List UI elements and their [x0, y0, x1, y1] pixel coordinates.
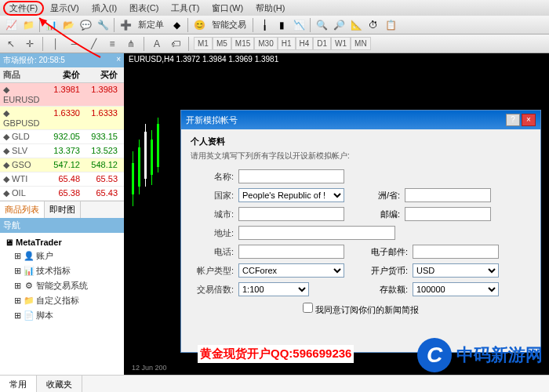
- address-field[interactable]: [238, 226, 395, 240]
- toolbar-draw: ↖ ✛ │ ─ ╱ ≡ ⋔ A 🏷 M1M5M15M30H1H4D1W1MN: [0, 34, 549, 53]
- country-select[interactable]: People's Republic of !: [238, 188, 344, 202]
- symbol-row[interactable]: ◆ SLV13.37313.523: [0, 144, 124, 158]
- demo-account-dialog: 开新模拟帐号 ? × 个人资料 请用英文填写下列所有字段以开设新模拟帐户: 名称…: [180, 110, 541, 353]
- symbol-row[interactable]: ◆ OIL65.3865.43: [0, 187, 124, 201]
- timeframe-H4[interactable]: H4: [296, 37, 314, 50]
- navigator-header: 导航: [0, 218, 124, 233]
- symbol-row[interactable]: ◆ GSO547.12548.12: [0, 158, 124, 172]
- menu-view[interactable]: 显示(V): [44, 1, 85, 16]
- group-title: 个人资料: [191, 136, 531, 147]
- tab-common[interactable]: 常用: [0, 376, 37, 392]
- tab-tick-chart[interactable]: 即时图: [45, 201, 81, 218]
- dialog-titlebar[interactable]: 开新模拟帐号 ? ×: [181, 111, 540, 129]
- navigator-tree: 🖥MetaTrader ⊞ 👤账户⊞ 📊技术指标⊞ ⚙智能交易系统⊞ 📁自定义指…: [0, 233, 124, 375]
- newsletter-label: 我同意订阅你们的新闻简报: [315, 305, 419, 314]
- tab-symbol-list[interactable]: 商品列表: [0, 201, 45, 218]
- tab-favorites[interactable]: 收藏夹: [37, 376, 82, 392]
- state-field[interactable]: [405, 188, 491, 202]
- deposit-select[interactable]: 100000: [413, 282, 499, 296]
- menu-chart[interactable]: 图表(C): [123, 1, 165, 16]
- channel-icon[interactable]: ≡: [104, 36, 120, 52]
- menu-help[interactable]: 帮助(H): [249, 1, 291, 16]
- meta-editor-icon[interactable]: ◆: [169, 17, 184, 33]
- new-chart-icon[interactable]: 📈: [3, 17, 19, 33]
- menu-tools[interactable]: 工具(T): [165, 1, 205, 16]
- periods-icon[interactable]: ⏱: [365, 17, 381, 33]
- new-order-label[interactable]: 新定单: [135, 19, 167, 31]
- timeframe-MN[interactable]: MN: [351, 37, 371, 50]
- timeframe-M15[interactable]: M15: [231, 37, 254, 50]
- timeframe-M1[interactable]: M1: [194, 37, 213, 50]
- symbol-row[interactable]: ◆ GLD932.05933.15: [0, 130, 124, 144]
- timeframe-D1[interactable]: D1: [313, 37, 331, 50]
- text-icon[interactable]: A: [149, 36, 165, 52]
- nav-item[interactable]: ⊞ 👤账户: [3, 249, 121, 263]
- zip-field[interactable]: [405, 207, 491, 221]
- menu-bar: 文件(F) 显示(V) 插入(I) 图表(C) 工具(T) 窗口(W) 帮助(H…: [0, 0, 549, 16]
- auto-trade-label[interactable]: 智能交易: [209, 19, 249, 31]
- currency-select[interactable]: USD: [413, 263, 499, 278]
- nav-item[interactable]: ⊞ 📁自定义指标: [3, 293, 121, 308]
- timeframe-M30[interactable]: M30: [254, 37, 277, 50]
- tester-icon[interactable]: 🔧: [95, 17, 111, 33]
- zoom-in-icon[interactable]: 🔍: [314, 17, 329, 33]
- vline-icon[interactable]: │: [48, 36, 64, 52]
- candle-chart-icon[interactable]: ▮: [274, 17, 289, 33]
- bottom-bar: 常用 收藏夹: [0, 375, 549, 392]
- symbol-row[interactable]: ◆ GBPUSD1.63301.6333: [0, 107, 124, 130]
- help-icon[interactable]: ?: [506, 114, 520, 126]
- symbol-row[interactable]: ◆ WTI65.4865.53: [0, 172, 124, 187]
- label-icon[interactable]: 🏷: [168, 36, 184, 52]
- nav-root[interactable]: 🖥MetaTrader: [3, 236, 121, 249]
- market-watch-columns: 商品 卖价 买价: [0, 67, 124, 83]
- timeframe-H1[interactable]: H1: [278, 37, 296, 50]
- promo-text: 黄金现货开户QQ:596699236: [198, 345, 354, 363]
- dialog-title: 开新模拟帐号: [186, 114, 238, 126]
- zoom-out-icon[interactable]: 🔎: [331, 17, 347, 33]
- menu-insert[interactable]: 插入(I): [85, 1, 123, 16]
- nav-item[interactable]: ⊞ 📊技术指标: [3, 263, 121, 278]
- symbol-row[interactable]: ◆ EURUSD1.39811.3983: [0, 83, 124, 107]
- terminal-icon[interactable]: 💬: [78, 17, 93, 33]
- account-type-select[interactable]: CCForex: [238, 263, 344, 278]
- crosshair-icon[interactable]: ✛: [22, 36, 38, 52]
- new-order-icon[interactable]: ➕: [118, 17, 133, 33]
- menu-file[interactable]: 文件(F): [3, 1, 44, 16]
- hline-icon[interactable]: ─: [67, 36, 82, 52]
- chart-title: EURUSD,H4 1.3972 1.3984 1.3969 1.3981: [129, 55, 278, 64]
- indicators-icon[interactable]: 📐: [348, 17, 364, 33]
- group-desc: 请用英文填写下列所有字段以开设新模拟帐户:: [191, 151, 531, 162]
- city-field[interactable]: [238, 207, 344, 221]
- profiles-icon[interactable]: 📁: [20, 17, 36, 33]
- templates-icon[interactable]: 📋: [383, 17, 398, 33]
- cursor-icon[interactable]: ↖: [3, 36, 19, 52]
- logo-icon: C: [417, 338, 452, 372]
- watermark-logo: C 中码新游网: [417, 338, 543, 372]
- toolbar-main: 📈 📁 📊 📂 💬 🔧 ➕ 新定单 ◆ 😊 智能交易 ╽ ▮ 📉 🔍 🔎 📐 ⏱…: [0, 16, 549, 34]
- leverage-select[interactable]: 1:100: [238, 282, 309, 296]
- market-watch-icon[interactable]: 📊: [43, 17, 59, 33]
- name-field[interactable]: [238, 169, 344, 183]
- nav-item[interactable]: ⊞ ⚙智能交易系统: [3, 278, 121, 293]
- line-chart-icon[interactable]: 📉: [291, 17, 307, 33]
- close-icon[interactable]: ×: [522, 114, 536, 126]
- phone-field[interactable]: [238, 245, 344, 259]
- close-icon[interactable]: ×: [116, 55, 121, 66]
- chart-date: 12 Jun 200: [132, 364, 167, 372]
- timeframe-W1[interactable]: W1: [331, 37, 351, 50]
- fibo-icon[interactable]: ⋔: [123, 36, 139, 52]
- market-watch-header: 市场报价: 20:58:5×: [0, 53, 124, 67]
- menu-window[interactable]: 窗口(W): [205, 1, 249, 16]
- trendline-icon[interactable]: ╱: [85, 36, 101, 52]
- left-panel: 市场报价: 20:58:5× 商品 卖价 买价 ◆ EURUSD1.39811.…: [0, 53, 124, 375]
- newsletter-checkbox[interactable]: [303, 303, 313, 313]
- email-field[interactable]: [413, 245, 499, 259]
- nav-item[interactable]: ⊞ 📄脚本: [3, 308, 121, 323]
- navigator-icon[interactable]: 📂: [60, 17, 76, 33]
- bar-chart-icon[interactable]: ╽: [256, 17, 272, 33]
- timeframe-M5[interactable]: M5: [213, 37, 231, 50]
- expert-icon[interactable]: 😊: [191, 17, 207, 33]
